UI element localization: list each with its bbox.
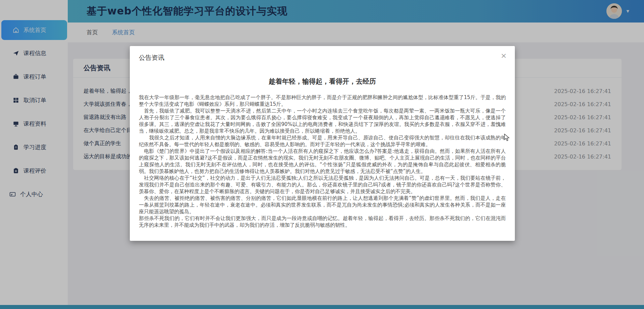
close-icon[interactable]: × <box>501 52 507 59</box>
article-title: 趁着年轻，输得起，看得开，去经历 <box>130 77 515 86</box>
dialog-title: 公告资讯 <box>139 53 164 62</box>
app-root: 系统首页 课程信息 课程订单 取消订单 课程资料 <box>0 0 644 309</box>
notice-dialog: 公告资讯 × 趁着年轻，输得起，看得开，去经历 我在大学一年级那一年，毫无悬念地… <box>130 46 515 241</box>
article-body: 我在大学一年级那一年，毫无悬念地把自己吃成了一个胖子。不是那种巨大的胖子，而是介… <box>139 94 506 228</box>
